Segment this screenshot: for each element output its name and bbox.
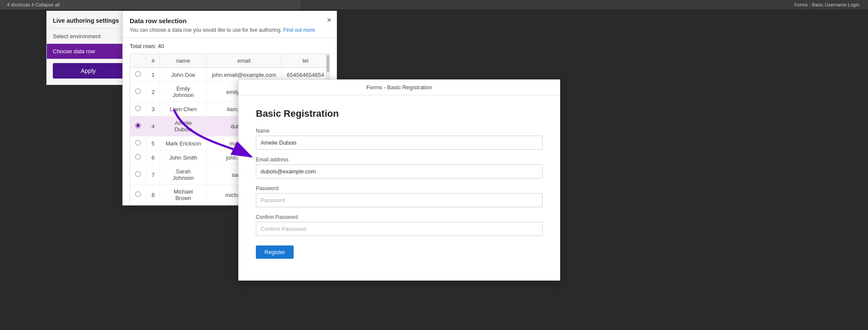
row-index: 2: [146, 82, 160, 102]
preview-header: Forms - Basic Registration: [239, 80, 560, 95]
apply-section: Apply: [53, 63, 124, 79]
forms-title-text: Forms - Basic Username Login: [794, 2, 859, 7]
forms-title-bar: Forms - Basic Username Login: [300, 0, 868, 9]
col-name: name: [160, 54, 206, 68]
preview-panel: Forms - Basic Registration Basic Registr…: [238, 79, 560, 281]
radio-cell[interactable]: [130, 136, 146, 151]
radio-cell[interactable]: [130, 165, 146, 185]
row-radio[interactable]: [135, 140, 141, 145]
input-name[interactable]: [256, 136, 543, 150]
preview-body: Basic Registration Name Email address Pa…: [239, 95, 560, 280]
label-email: Email address: [256, 157, 543, 163]
row-name: Sarah Johnson: [160, 165, 206, 185]
dialog-subtitle-text: You can choose a data row you would like…: [130, 27, 282, 33]
row-index: 8: [146, 185, 160, 205]
dialog-title: Data row selection: [130, 17, 330, 24]
label-name: Name: [256, 128, 543, 134]
form-group-password: Password: [256, 185, 543, 207]
form-title: Basic Registration: [256, 108, 543, 119]
table-header-row: # name email tel: [130, 54, 329, 68]
form-group-email: Email address: [256, 157, 543, 179]
radio-cell[interactable]: [130, 102, 146, 116]
row-name: Liam Chen: [160, 102, 206, 116]
input-password[interactable]: [256, 193, 543, 207]
total-rows: Total rows: 40: [130, 43, 330, 49]
radio-cell[interactable]: [130, 68, 146, 82]
row-name: John Smith: [160, 151, 206, 165]
radio-cell[interactable]: [130, 82, 146, 102]
menu-item-choose-data[interactable]: Choose data row: [47, 44, 130, 59]
row-index: 1: [146, 68, 160, 82]
dialog-close-button[interactable]: ×: [327, 16, 331, 24]
input-email[interactable]: [256, 164, 543, 179]
form-group-name: Name: [256, 128, 543, 150]
row-radio[interactable]: [135, 71, 141, 77]
row-index: 3: [146, 102, 160, 116]
col-index: #: [146, 54, 160, 68]
row-radio[interactable]: [135, 171, 141, 177]
radio-cell[interactable]: [130, 185, 146, 205]
radio-cell[interactable]: [130, 151, 146, 165]
col-email: email: [206, 54, 282, 68]
row-index: 4: [146, 116, 160, 136]
row-name: Emily Johnson: [160, 82, 206, 102]
input-confirm[interactable]: [256, 222, 543, 236]
row-name: Michael Brown: [160, 185, 206, 205]
col-tel: tel: [282, 54, 329, 68]
breadcrumb-shortcuts: 4 shortcuts 4 Collapse all: [7, 2, 60, 7]
live-settings-menu: Select environment Choose data row: [47, 29, 130, 59]
row-index: 5: [146, 136, 160, 151]
row-name: Mark Erickson: [160, 136, 206, 151]
row-index: 6: [146, 151, 160, 165]
dialog-subtitle: You can choose a data row you would like…: [130, 27, 330, 33]
row-radio[interactable]: [135, 154, 141, 160]
col-radio: [130, 54, 146, 68]
form-group-confirm: Confirm Password: [256, 214, 543, 236]
row-radio[interactable]: [135, 123, 141, 128]
scrollbar-thumb: [327, 55, 329, 72]
row-radio[interactable]: [135, 191, 141, 197]
dialog-header: Data row selection You can choose a data…: [123, 11, 337, 38]
row-name: Amelie Dubois: [160, 116, 206, 136]
label-confirm: Confirm Password: [256, 214, 543, 220]
row-radio[interactable]: [135, 88, 141, 94]
row-radio[interactable]: [135, 106, 141, 111]
live-settings-panel: Live authoring settings Select environme…: [46, 11, 130, 85]
label-password: Password: [256, 185, 543, 191]
live-settings-title: Live authoring settings: [47, 11, 130, 29]
menu-item-select-env[interactable]: Select environment: [47, 29, 130, 44]
apply-button[interactable]: Apply: [53, 63, 124, 79]
register-button[interactable]: Register: [256, 245, 294, 259]
row-index: 7: [146, 165, 160, 185]
find-out-more-link[interactable]: Find out more: [283, 27, 315, 33]
radio-cell[interactable]: [130, 116, 146, 136]
row-name: John Doe: [160, 68, 206, 82]
